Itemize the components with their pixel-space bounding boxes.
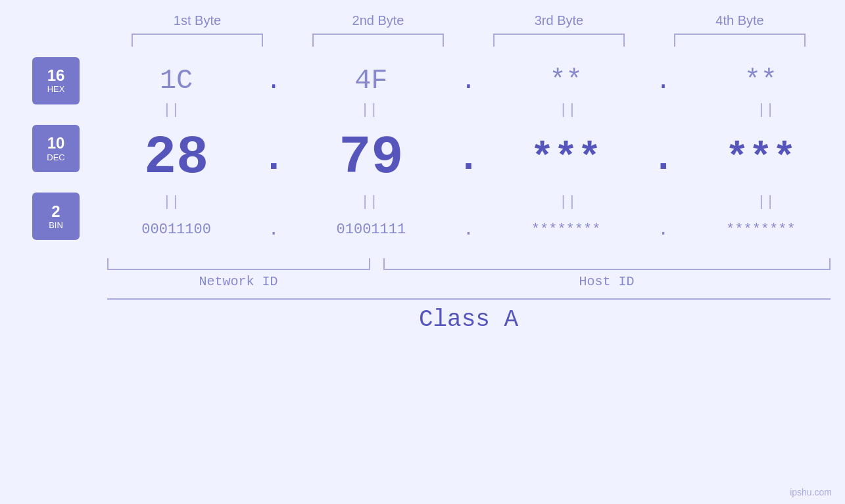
bottom-labels: Network ID Host ID	[107, 274, 831, 289]
byte-headers-row: 1st Byte 2nd Byte 3rd Byte 4th Byte	[107, 13, 831, 28]
class-label: Class A	[107, 298, 831, 333]
bracket-byte-2	[312, 34, 444, 47]
hex-val-1: 1C	[92, 65, 260, 97]
hex-val-2: 4F	[287, 65, 455, 97]
bin-dot-1: .	[260, 219, 287, 240]
sep-d4: ||	[694, 194, 838, 210]
bracket-host	[383, 258, 831, 270]
sep-4: ||	[694, 102, 838, 118]
byte-header-1: 1st Byte	[125, 13, 270, 28]
network-id-label: Network ID	[107, 274, 370, 289]
hex-dot-3: .	[650, 67, 677, 95]
bin-badge: 2 BIN	[32, 193, 80, 240]
hex-val-3: **	[482, 65, 650, 97]
sep-3: ||	[495, 102, 640, 118]
byte-header-2: 2nd Byte	[306, 13, 450, 28]
bracket-byte-3	[493, 34, 625, 47]
bracket-byte-4	[674, 34, 806, 47]
bottom-section: Network ID Host ID	[107, 250, 831, 289]
bottom-brackets	[107, 250, 831, 270]
bracket-network	[107, 258, 370, 270]
host-id-label: Host ID	[383, 274, 831, 289]
byte-header-4: 4th Byte	[667, 13, 812, 28]
byte-header-3: 3rd Byte	[487, 13, 631, 28]
sep-1: ||	[99, 102, 243, 118]
sep-d3: ||	[495, 194, 640, 210]
bin-val-3: ********	[482, 221, 650, 238]
dec-val-1: 28	[92, 127, 260, 189]
bracket-byte-1	[132, 34, 263, 47]
sep-2: ||	[297, 102, 442, 118]
values-grid: 1C . 4F . ** . ** || || || || 28	[92, 53, 845, 244]
hex-dot-1: .	[260, 67, 287, 95]
top-brackets	[107, 34, 831, 47]
bin-val-2: 01001111	[287, 221, 455, 238]
dec-val-3: ***	[482, 136, 650, 181]
sep-d2: ||	[297, 194, 442, 210]
dec-dot-2: .	[456, 136, 482, 181]
bin-dot-3: .	[650, 219, 677, 240]
rows-area: 16 HEX 10 DEC 2 BIN 1C . 4F . ** . **	[0, 53, 845, 244]
dec-val-4: ***	[677, 136, 845, 181]
bin-val-1: 00011100	[92, 221, 260, 238]
dec-badge: 10 DEC	[32, 125, 80, 172]
main-container: 1st Byte 2nd Byte 3rd Byte 4th Byte 16 H…	[0, 0, 845, 504]
sep-dec-bin: || || || ||	[92, 191, 845, 213]
base-labels: 16 HEX 10 DEC 2 BIN	[0, 53, 92, 244]
hex-badge: 16 HEX	[32, 57, 80, 104]
hex-dot-2: .	[456, 67, 482, 95]
bin-val-4: ********	[677, 221, 845, 238]
hex-row: 1C . 4F . ** . **	[92, 53, 845, 99]
watermark: ipshu.com	[790, 487, 832, 497]
dec-dot-1: .	[260, 136, 287, 181]
dec-dot-3: .	[650, 136, 677, 181]
sep-d1: ||	[99, 194, 243, 210]
dec-row: 28 . 79 . *** . ***	[92, 121, 845, 191]
dec-val-2: 79	[287, 127, 455, 189]
sep-hex-dec: || || || ||	[92, 99, 845, 121]
bin-dot-2: .	[456, 219, 482, 240]
bin-row: 00011100 . 01001111 . ******** . *******…	[92, 213, 845, 244]
hex-val-4: **	[677, 65, 845, 97]
